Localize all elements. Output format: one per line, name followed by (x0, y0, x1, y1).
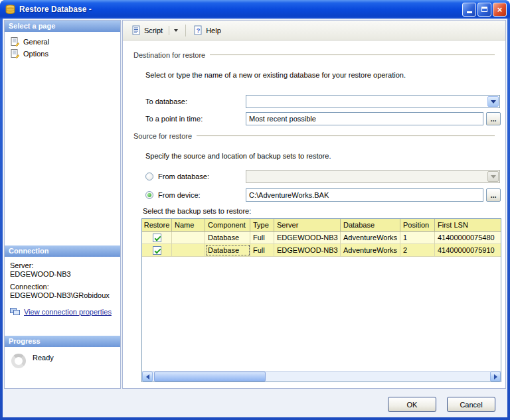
dialog-footer: OK Cancel (388, 397, 495, 412)
connection-value: EDGEWOOD-NB3\GRobidoux (10, 291, 116, 299)
column-header-first-lsn: First LSN (435, 219, 501, 231)
minimize-icon (467, 11, 472, 13)
point-in-time-label: To a point in time: (145, 115, 203, 123)
destination-description: Select or type the name of a new or exis… (145, 71, 406, 79)
backup-sets-label: Select the backup sets to restore: (143, 207, 251, 215)
point-in-time-browse-button[interactable]: ... (486, 112, 501, 125)
connection-properties-icon (10, 307, 21, 316)
sidebar-item-label: Options (23, 50, 48, 58)
script-button[interactable]: Script (127, 23, 183, 38)
restore-checkbox-row1[interactable] (153, 234, 161, 242)
ok-button[interactable]: OK (388, 397, 436, 412)
sidebar-item-label: General (23, 38, 49, 46)
source-description: Specify the source and location of backu… (145, 152, 331, 160)
select-a-page-header: Select a page (5, 21, 120, 32)
destination-group-title: Destination for restore (133, 51, 205, 59)
column-header-database: Database (341, 219, 400, 231)
sidebar-item-options[interactable]: Options (5, 48, 120, 60)
horizontal-scrollbar[interactable] (142, 371, 501, 382)
progress-panel: Ready (5, 347, 120, 388)
table-header-row: Restore Name Component Type Server Datab… (142, 219, 501, 232)
database-cell: AdventureWorks (341, 244, 400, 256)
general-page-content: Destination for restore Select or type t… (123, 40, 505, 388)
scroll-right-button[interactable] (490, 372, 501, 382)
titlebar: Restore Database - × (0, 0, 510, 19)
component-cell: Database (205, 232, 250, 244)
script-button-label: Script (144, 27, 163, 35)
sidebar-item-general[interactable]: General (5, 36, 120, 48)
help-button[interactable]: ? Help (189, 23, 226, 38)
minimize-button[interactable] (462, 3, 476, 17)
options-page-icon (11, 49, 20, 58)
restore-cell (142, 232, 172, 244)
column-header-restore: Restore (142, 219, 172, 231)
connection-link-row: View connection properties (10, 307, 116, 316)
table-empty-area (142, 257, 501, 371)
svg-text:?: ? (197, 27, 201, 34)
position-cell: 2 (400, 244, 435, 256)
progress-header: Progress (5, 336, 120, 347)
server-value: EDGEWOOD-NB3 (10, 270, 116, 278)
connection-panel: Server: EDGEWOOD-NB3 Connection: EDGEWOO… (5, 257, 120, 336)
help-icon: ? (193, 25, 203, 35)
scroll-left-button[interactable] (142, 372, 153, 382)
name-cell (172, 244, 205, 256)
to-database-label: To database: (145, 98, 187, 105)
toolbar-separator (185, 25, 186, 36)
from-device-input[interactable]: C:\AdventureWorks.BAK (246, 188, 483, 202)
server-cell: EDGEWOOD-NB3 (274, 244, 341, 256)
toolbar: Script ? Help (123, 21, 505, 40)
close-icon: × (497, 5, 503, 14)
name-cell (172, 232, 205, 244)
from-device-radio[interactable] (145, 191, 153, 199)
backup-sets-table: Restore Name Component Type Server Datab… (141, 218, 501, 382)
type-cell: Full (250, 244, 274, 256)
database-cell: AdventureWorks (341, 232, 400, 244)
dialog-body: Select a page General (3, 19, 507, 417)
main-panel: Script ? Help Destination for restore (122, 20, 506, 389)
server-cell: EDGEWOOD-NB3 (274, 232, 341, 244)
window-title: Restore Database - (19, 5, 461, 14)
restore-database-window: Restore Database - × Select a page Gener… (0, 0, 510, 420)
first-lsn-cell: 41400000075910 (435, 244, 501, 256)
destination-group: Destination for restore (133, 51, 495, 59)
table-row: Database Full EDGEWOOD-NB3 AdventureWork… (142, 232, 501, 244)
scrollbar-thumb[interactable] (154, 372, 266, 382)
progress-status: Ready (33, 354, 54, 362)
restore-cell (142, 244, 172, 256)
database-icon (5, 4, 16, 15)
position-cell: 1 (400, 232, 435, 244)
column-header-position: Position (400, 219, 435, 231)
to-database-combobox[interactable] (246, 95, 500, 108)
view-connection-properties-link[interactable]: View connection properties (24, 308, 112, 316)
column-header-component: Component (205, 219, 250, 231)
component-cell: Database (205, 244, 250, 256)
from-device-browse-button[interactable]: ... (486, 188, 501, 202)
general-page-icon (11, 37, 20, 46)
from-database-combobox[interactable] (246, 170, 500, 183)
scrollbar-track[interactable] (153, 372, 490, 382)
dropdown-caret-icon (174, 29, 178, 32)
column-header-name: Name (172, 219, 205, 231)
scroll-left-icon (146, 374, 149, 380)
source-group: Source for restore (133, 132, 495, 140)
column-header-server: Server (274, 219, 341, 231)
server-label: Server: (10, 261, 116, 269)
cancel-button[interactable]: Cancel (447, 397, 495, 412)
help-button-label: Help (206, 27, 221, 35)
sidebar: Select a page General (4, 20, 121, 389)
to-database-dropdown-icon[interactable] (487, 96, 499, 107)
type-cell: Full (250, 232, 274, 244)
close-button[interactable]: × (493, 3, 507, 17)
table-row: Database Full EDGEWOOD-NB3 AdventureWork… (142, 244, 501, 257)
connection-label: Connection: (10, 283, 116, 291)
from-database-radio[interactable] (145, 173, 153, 180)
column-header-type: Type (250, 219, 274, 231)
maximize-button[interactable] (477, 3, 491, 17)
connection-header: Connection (5, 245, 120, 257)
restore-checkbox-row2[interactable] (153, 246, 161, 255)
pages-panel: General Options (5, 32, 120, 245)
from-database-label: From database: (158, 173, 209, 180)
point-in-time-input[interactable]: Most recent possible (246, 112, 483, 125)
progress-spinner-icon (11, 354, 26, 368)
